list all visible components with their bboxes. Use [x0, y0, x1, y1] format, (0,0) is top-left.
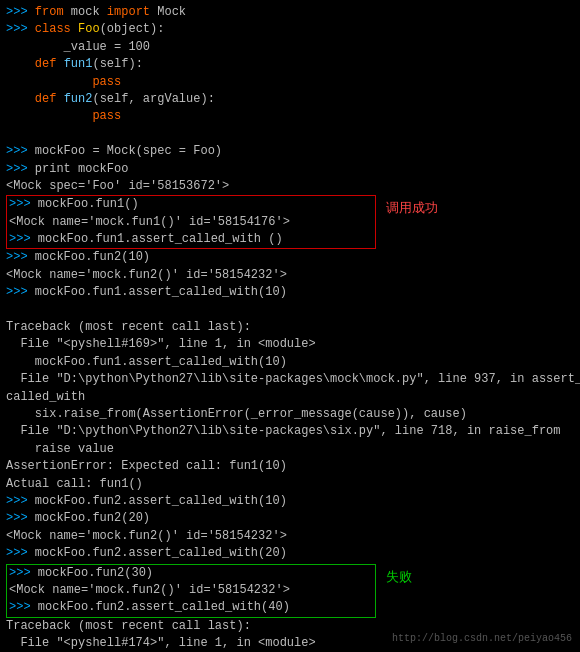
traceback-1: Traceback (most recent call last): File … — [6, 319, 574, 493]
tb1-l1: Traceback (most recent call last): — [6, 319, 574, 336]
green-border-section: >>> mockFoo.fun2(30) <Mock name='mock.fu… — [6, 564, 574, 618]
line-fun2-10: >>> mockFoo.fun2(10) — [6, 249, 574, 266]
terminal: >>> from mock import Mock >>> class Foo(… — [0, 0, 580, 652]
watermark: http://blog.csdn.net/peiyao456 — [392, 632, 572, 647]
tb1-l5: six.raise_from(AssertionError(_error_mes… — [6, 406, 574, 423]
line-fun1-assert: >>> mockFoo.fun1.assert_called_with () — [9, 231, 373, 248]
line-mockfoo-init: >>> mockFoo = Mock(spec = Foo) — [6, 143, 574, 160]
line-fun2-30-output: <Mock name='mock.fun2()' id='58154232'> — [9, 582, 373, 599]
line-fun2-10-output: <Mock name='mock.fun2()' id='58154232'> — [6, 267, 574, 284]
line-2: >>> class Foo(object): — [6, 21, 574, 38]
red-border-box: >>> mockFoo.fun1() <Mock name='mock.fun1… — [6, 195, 376, 249]
line-3: _value = 100 — [6, 39, 574, 56]
blank-2 — [6, 302, 574, 319]
tb1-l8: AssertionError: Expected call: fun1(10) — [6, 458, 574, 475]
annotation-success: 调用成功 — [386, 199, 438, 218]
tb1-l2: File "<pyshell#169>", line 1, in <module… — [6, 336, 574, 353]
line-fun1-output: <Mock name='mock.fun1()' id='58154176'> — [9, 214, 373, 231]
blank-1 — [6, 126, 574, 143]
tb1-l6: File "D:\python\Python27\lib\site-packag… — [6, 423, 574, 440]
green-border-box: >>> mockFoo.fun2(30) <Mock name='mock.fu… — [6, 564, 376, 618]
line-fun1-call: >>> mockFoo.fun1() — [9, 196, 373, 213]
line-mockfoo-output: <Mock spec='Foo' id='58153672'> — [6, 178, 574, 195]
tb1-l4: File "D:\python\Python27\lib\site-packag… — [6, 371, 574, 388]
line-fun2-assert-20: >>> mockFoo.fun2.assert_called_with(20) — [6, 545, 574, 562]
line-fun2-20: >>> mockFoo.fun2(20) — [6, 510, 574, 527]
line-7: pass — [6, 108, 574, 125]
line-fun2-30: >>> mockFoo.fun2(30) — [9, 565, 373, 582]
line-print-mockfoo: >>> print mockFoo — [6, 161, 574, 178]
line-fun2-assert-40: >>> mockFoo.fun2.assert_called_with(40) — [9, 599, 373, 616]
red-border-section: >>> mockFoo.fun1() <Mock name='mock.fun1… — [6, 195, 574, 249]
tb1-l9: Actual call: fun1() — [6, 476, 574, 493]
code-block-class: >>> from mock import Mock >>> class Foo(… — [6, 4, 574, 126]
annotation-fail: 失败 — [386, 568, 412, 587]
line-4: def fun1(self): — [6, 56, 574, 73]
line-6: def fun2(self, argValue): — [6, 91, 574, 108]
tb1-l7: raise value — [6, 441, 574, 458]
tb1-l4b: called_with — [6, 389, 574, 406]
line-fun2-assert-10: >>> mockFoo.fun2.assert_called_with(10) — [6, 493, 574, 510]
line-fun2-20-output: <Mock name='mock.fun2()' id='58154232'> — [6, 528, 574, 545]
tb1-l3: mockFoo.fun1.assert_called_with(10) — [6, 354, 574, 371]
line-fun1-assert-10: >>> mockFoo.fun1.assert_called_with(10) — [6, 284, 574, 301]
line-5: pass — [6, 74, 574, 91]
line-1: >>> from mock import Mock — [6, 4, 574, 21]
